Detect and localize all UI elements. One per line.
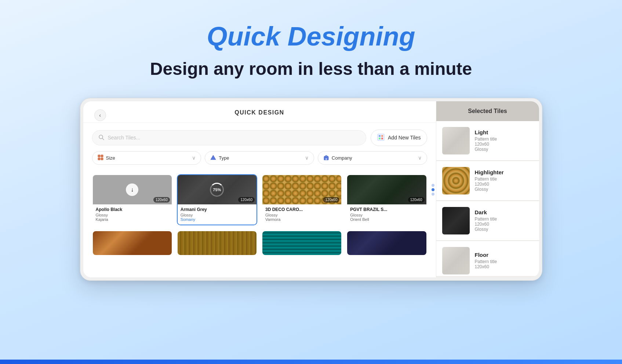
selected-tile-pattern-dark: Pattern title: [475, 216, 533, 222]
filter-size-button[interactable]: Size ∨: [92, 151, 201, 165]
selected-tile-size-floor: 120x60: [475, 264, 533, 269]
page-wrapper: Quick Designing Design any room in less …: [0, 0, 622, 364]
tile-company-deco: Varmora: [265, 217, 338, 222]
selected-tile-finish-highlighter: Glossy: [475, 187, 533, 192]
tile-type-apollo: Glossy: [96, 213, 169, 217]
selected-tile-finish-light: Glossy: [475, 147, 533, 152]
svg-rect-10: [101, 158, 103, 160]
scroll-dot-active: [432, 188, 434, 191]
tile-info-apollo: Apollo Black Glossy Kajaria: [93, 204, 172, 225]
selected-tile-name-light: Light: [475, 129, 533, 135]
selected-tile-thumb-dark: [442, 207, 470, 234]
svg-rect-14: [325, 158, 327, 160]
tile-card-deco[interactable]: 120x60 3D DECO CARO... Glossy Varmora: [262, 174, 342, 225]
selected-tile-size-highlighter: 120x60: [475, 182, 533, 187]
back-button[interactable]: ‹: [94, 109, 106, 121]
svg-rect-9: [98, 158, 100, 160]
selected-tile-pattern-floor: Pattern title: [475, 259, 533, 264]
selected-tile-list: Light Pattern title 120x60 Glossy Highli…: [436, 121, 539, 276]
tile-company-armani: Somany: [181, 217, 254, 222]
svg-line-1: [102, 138, 104, 140]
tile-name-armani: Armani Grey: [181, 207, 254, 212]
svg-marker-13: [324, 155, 328, 157]
selected-tile-item-floor[interactable]: Floor Pattern title 120x60: [436, 241, 539, 276]
panel-header-container: ‹ QUICK DESIGN: [83, 101, 436, 123]
selected-tiles-header: Selected Tiles: [436, 101, 539, 121]
type-filter-label: Type: [219, 155, 229, 161]
selected-tile-thumb-floor: [442, 247, 470, 274]
tile-grid-row1: ↓ 120x60 Apollo Black Glossy Kajaria: [83, 169, 436, 230]
search-input-wrapper[interactable]: Search Tiles...: [92, 130, 367, 145]
tile-size-armani: 120x60: [238, 197, 255, 203]
tile-image-floral: [93, 231, 172, 255]
tile-image-wood: [178, 231, 257, 255]
tile-image-sparkle: [347, 231, 426, 255]
left-panel: ‹ QUICK DESIGN: [83, 101, 436, 277]
panel-title: QUICK DESIGN: [234, 109, 284, 116]
right-panel: Selected Tiles Light Pattern title 120x6…: [436, 101, 539, 277]
device-inner: ‹ QUICK DESIGN: [83, 101, 539, 277]
selected-tile-item-light[interactable]: Light Pattern title 120x60 Glossy: [436, 121, 539, 161]
tile-name-deco: 3D DECO CARO...: [265, 207, 338, 212]
scroll-area: [432, 184, 434, 196]
selected-tile-name-floor: Floor: [475, 252, 533, 258]
search-placeholder: Search Tiles...: [108, 135, 141, 141]
scroll-dot-1: [432, 184, 434, 187]
search-icon: [98, 134, 104, 141]
tile-card-sparkle[interactable]: [346, 230, 427, 256]
tile-type-pgvt: Glossy: [350, 213, 423, 217]
size-filter-label: Size: [106, 155, 115, 161]
type-filter-icon: [210, 154, 216, 161]
selected-tile-pattern-highlighter: Pattern title: [475, 176, 533, 182]
selected-tile-pattern-light: Pattern title: [475, 136, 533, 142]
tile-company-pgvt: Orient Bell: [350, 217, 423, 222]
device-outer: ‹ QUICK DESIGN: [80, 98, 542, 281]
selected-tile-details-highlighter: Highlighter Pattern title 120x60 Glossy: [475, 169, 533, 192]
tile-image-apollo: ↓ 120x60: [93, 175, 172, 204]
download-icon: ↓: [131, 186, 134, 193]
tile-image-teal: [262, 231, 341, 255]
tile-grid-row2: [83, 230, 436, 261]
selected-tile-thumb-highlighter: [442, 167, 470, 194]
device-mockup: ‹ QUICK DESIGN: [80, 98, 542, 281]
selected-tile-item-highlighter[interactable]: Highlighter Pattern title 120x60 Glossy: [436, 161, 539, 201]
tile-card-armani[interactable]: 75% 120x60 Armani Grey Glossy Somany: [177, 174, 257, 225]
tile-company-apollo: Kajaria: [96, 217, 169, 222]
selected-tile-item-dark[interactable]: Dark Pattern title 120x60 Glossy: [436, 201, 539, 241]
tile-size-pgvt: 120x60: [408, 197, 425, 203]
tile-size-deco: 120x60: [323, 197, 339, 203]
type-chevron-icon: ∨: [305, 155, 309, 161]
tile-card-apollo[interactable]: ↓ 120x60 Apollo Black Glossy Kajaria: [92, 174, 172, 225]
tile-image-deco: 120x60: [262, 175, 341, 204]
tile-card-floral[interactable]: [92, 230, 172, 256]
tile-name-pgvt: PGVT BRAZIL S...: [350, 207, 423, 212]
add-tiles-icon: [377, 133, 385, 142]
selected-tile-size-dark: 120x60: [475, 222, 533, 227]
filter-type-button[interactable]: Type ∨: [205, 151, 314, 165]
selected-tile-details-floor: Floor Pattern title 120x60: [475, 252, 533, 269]
tile-card-pgvt[interactable]: 120x60 PGVT BRAZIL S... Glossy Orient Be…: [346, 174, 427, 225]
add-tiles-button[interactable]: Add New Tiles: [371, 130, 427, 146]
search-filter-area: Search Tiles...: [83, 123, 436, 169]
back-icon: ‹: [99, 112, 101, 118]
tile-card-teal[interactable]: [262, 230, 342, 256]
header-section: Quick Designing Design any room in less …: [150, 0, 472, 80]
company-chevron-icon: ∨: [418, 155, 422, 161]
tile-size-apollo: 120x60: [153, 197, 170, 203]
size-filter-icon: [98, 154, 103, 161]
company-filter-icon: [323, 154, 329, 161]
selected-tile-name-dark: Dark: [475, 209, 533, 215]
selected-tile-details-dark: Dark Pattern title 120x60 Glossy: [475, 209, 533, 232]
add-tiles-label: Add New Tiles: [388, 135, 421, 141]
svg-rect-4: [381, 135, 383, 137]
bottom-bar: [0, 360, 622, 364]
tile-info-pgvt: PGVT BRAZIL S... Glossy Orient Bell: [347, 204, 426, 225]
tile-card-wood[interactable]: [177, 230, 257, 256]
svg-marker-11: [211, 155, 216, 160]
company-filter-label: Company: [332, 155, 352, 161]
svg-rect-7: [98, 155, 100, 157]
tile-info-armani: Armani Grey Glossy Somany: [178, 204, 257, 225]
filter-company-button[interactable]: Company ∨: [318, 151, 427, 165]
svg-rect-5: [379, 138, 381, 139]
download-circle: ↓: [126, 183, 138, 196]
